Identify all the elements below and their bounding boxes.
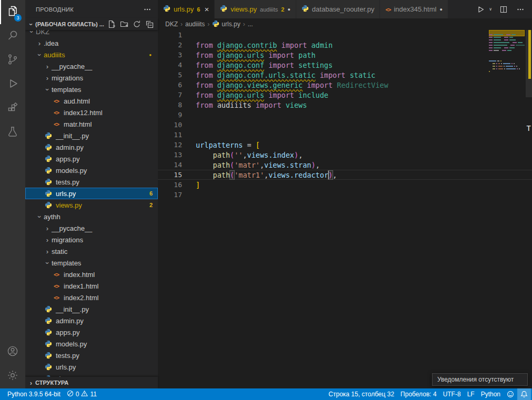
python-icon	[44, 329, 53, 336]
tree-item-index1-html[interactable]: <>index1.html	[25, 280, 158, 292]
outline-section-header[interactable]: › СТРУКТУРА	[25, 377, 158, 388]
tree-item-aud-html[interactable]: <>aud.html	[25, 95, 158, 107]
status-problems[interactable]: 0 11	[64, 388, 100, 400]
tree-item-views-py[interactable]: views.py2	[25, 199, 158, 211]
tree-item-label: models.py	[56, 167, 87, 175]
tree-item-urls-py[interactable]: urls.py6	[25, 188, 158, 199]
tab-database-roouter-py[interactable]: database_roouter.py	[296, 0, 380, 18]
close-icon[interactable]: ×	[204, 5, 209, 13]
tree-item-aythh[interactable]: ›aythh	[25, 211, 158, 222]
tree-item-migrations[interactable]: ›migrations	[25, 72, 158, 84]
workspace-section-header[interactable]: › (РАБОЧАЯ ОБЛАСТЬ) ...	[25, 18, 158, 30]
refresh-icon[interactable]	[132, 19, 142, 29]
tree-item-audiiits[interactable]: ›audiiits●	[25, 49, 158, 60]
activity-bar-top: 3	[0, 0, 25, 145]
chevron-down-icon[interactable]: ›	[44, 259, 52, 267]
code-lines: 12from django.contrib import admin3from …	[158, 30, 532, 200]
tree-item-pycache[interactable]: ›__pycache__	[25, 222, 158, 234]
python-icon	[44, 340, 53, 347]
status-python-version[interactable]: Python 3.9.5 64-bit	[4, 388, 64, 400]
more-actions-icon[interactable]	[142, 4, 153, 15]
activity-item-manage[interactable]	[0, 364, 25, 388]
tab-views-py[interactable]: views.pyaudiiits2●	[215, 0, 296, 18]
activity-item-source-control[interactable]	[0, 48, 25, 73]
code-line: 3from django.urls import path	[158, 50, 532, 60]
status-encoding[interactable]: UTF-8	[440, 388, 464, 400]
tree-item-label: tests.py	[56, 178, 79, 186]
tree-item-tests-py[interactable]: tests.py	[25, 176, 158, 188]
activity-item-search[interactable]	[0, 24, 25, 48]
chevron-right-icon[interactable]: ›	[35, 39, 44, 47]
python-icon	[44, 178, 53, 186]
tree-item-init-py[interactable]: __init__.py	[25, 130, 158, 141]
chevron-down-icon[interactable]: ›	[36, 212, 44, 221]
status-language[interactable]: Python	[478, 388, 504, 400]
tree-item-views-py[interactable]: views.py	[25, 373, 158, 377]
sidebar-title-bar: ПРОВОДНИК	[25, 0, 158, 18]
chevron-right-icon[interactable]: ›	[43, 224, 52, 232]
activity-item-extensions[interactable]	[0, 97, 25, 121]
tree-item-index2-html[interactable]: <>index2.html	[25, 292, 158, 303]
tree-item-static[interactable]: ›static	[25, 245, 158, 257]
tree-item-dkz[interactable]: ›DKZ	[25, 30, 158, 37]
collapse-all-icon[interactable]	[144, 19, 155, 29]
code-text: from django.views.generic import Redirec…	[196, 81, 388, 89]
chevron-right-icon[interactable]: ›	[43, 63, 52, 70]
tree-item-matr-html[interactable]: <>matr.html	[25, 118, 158, 130]
tree-item-apps-py[interactable]: apps.py	[25, 153, 158, 165]
split-editor-button[interactable]	[498, 4, 509, 15]
breadcrumb-item-audiiits[interactable]: audiiits	[185, 20, 205, 28]
tree-item-label: templates	[52, 86, 81, 94]
chevron-right-icon[interactable]: ›	[43, 248, 52, 255]
new-folder-icon[interactable]	[119, 19, 129, 29]
tree-item-idea[interactable]: ›.idea	[25, 37, 158, 49]
tree-item-models-py[interactable]: models.py	[25, 338, 158, 350]
activity-item-testing[interactable]	[0, 121, 25, 145]
tree-item-admin-py[interactable]: admin.py	[25, 141, 158, 153]
chevron-right-icon[interactable]: ›	[43, 236, 52, 244]
editor-scrollbar[interactable]	[526, 30, 532, 97]
breadcrumb-item-urls-py[interactable]: urls.py	[212, 20, 240, 29]
activity-item-accounts[interactable]	[0, 340, 25, 364]
activity-bar: 3	[0, 0, 25, 388]
feedback-icon[interactable]	[504, 388, 517, 400]
tree-item-tests-py[interactable]: tests.py	[25, 350, 158, 361]
chevron-down-icon[interactable]: ›	[28, 30, 36, 36]
tree-item-urls-py[interactable]: urls.py	[25, 361, 158, 373]
chevron-right-icon[interactable]: ›	[43, 74, 52, 82]
new-file-icon[interactable]	[106, 19, 117, 29]
account-icon	[6, 345, 19, 360]
tree-item-label: __pycache__	[52, 224, 92, 232]
tree-item-admin-py[interactable]: admin.py	[25, 315, 158, 326]
more-actions-button[interactable]	[515, 4, 526, 15]
chevron-down-icon[interactable]: ›	[36, 50, 44, 59]
tree-item-apps-py[interactable]: apps.py	[25, 326, 158, 338]
editor-area: urls.py6×views.pyaudiiits2●database_roou…	[158, 0, 532, 388]
tree-item-index-html[interactable]: <>index.html	[25, 269, 158, 280]
tree-item-index12-html[interactable]: <>index12.html	[25, 107, 158, 118]
tree-item-init-py[interactable]: __init__.py	[25, 303, 158, 315]
tab-index345-html[interactable]: <>index345.html●	[380, 0, 448, 18]
tab-urls-py[interactable]: urls.py6×	[158, 0, 215, 18]
status-indentation[interactable]: Пробелов: 4	[397, 388, 440, 400]
code-line: 9	[158, 110, 532, 120]
chevron-down-icon[interactable]: ∨	[489, 7, 492, 12]
tree-item-migrations[interactable]: ›migrations	[25, 234, 158, 245]
minimap[interactable]	[489, 32, 525, 76]
activity-item-explorer[interactable]: 3	[0, 0, 25, 24]
status-eol[interactable]: LF	[464, 388, 478, 400]
tree-item-pycache[interactable]: ›__pycache__	[25, 60, 158, 72]
chevron-down-icon[interactable]: ›	[44, 85, 52, 94]
code-line: 2from django.contrib import admin	[158, 40, 532, 50]
tree-item-templates[interactable]: ›templates	[25, 84, 158, 95]
activity-item-run-and-debug[interactable]	[0, 73, 25, 97]
bell-icon[interactable]	[517, 388, 531, 400]
breadcrumb-item-[interactable]: ...	[248, 20, 253, 28]
tree-item-models-py[interactable]: models.py	[25, 165, 158, 176]
run-button[interactable]	[475, 4, 486, 15]
breadcrumb-item-dkz[interactable]: DKZ	[165, 20, 178, 28]
tree-item-templates[interactable]: ›templates	[25, 257, 158, 269]
breadcrumb-separator: ›	[243, 20, 245, 28]
code-editor[interactable]: 12from django.contrib import admin3from …	[158, 30, 532, 388]
status-cursor-position[interactable]: Строка 15, столбец 32	[325, 388, 397, 400]
